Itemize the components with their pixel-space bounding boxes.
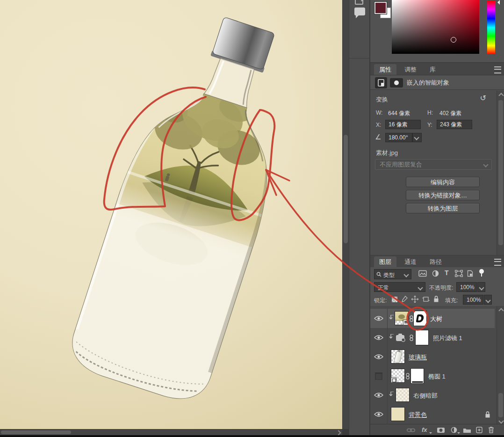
layer-name: 照片滤镜 1 xyxy=(433,334,462,342)
convert-to-layers-button[interactable]: 转换为图层 xyxy=(406,203,480,213)
new-adjustment-layer-icon[interactable] xyxy=(451,427,457,433)
window-bottom-edge xyxy=(0,435,504,437)
notes-panel-icon[interactable] xyxy=(354,7,365,15)
layer-row-right-shadow[interactable]: 右侧暗部 xyxy=(370,386,495,405)
blend-mode-dropdown[interactable]: 正常 xyxy=(374,282,425,292)
photo-filter-adjustment-icon[interactable] xyxy=(396,333,406,342)
visibility-eye-icon[interactable] xyxy=(374,411,383,417)
visibility-eye-icon[interactable] xyxy=(374,354,383,360)
layer-row-photo-filter[interactable]: 照片滤镜 1 xyxy=(370,328,495,348)
layer-thumbnail[interactable] xyxy=(391,369,405,383)
layer-name: 椭圆 1 xyxy=(428,372,446,381)
visibility-eye-icon[interactable] xyxy=(374,392,383,398)
clipping-mask-arrow-icon xyxy=(389,334,394,341)
layer-row-datree[interactable]: 大树 xyxy=(370,309,495,328)
properties-panel-menu-icon[interactable] xyxy=(494,66,501,73)
tab-paths[interactable]: 路径 xyxy=(425,256,447,267)
delete-layer-trash-icon[interactable] xyxy=(488,426,494,433)
mask-link-icon[interactable] xyxy=(410,335,413,341)
lock-transparent-pixels-icon[interactable] xyxy=(392,297,397,302)
mask-link-icon[interactable] xyxy=(410,315,413,322)
canvas-horizontal-scrollbar-thumb[interactable] xyxy=(1,430,71,434)
mask-link-icon[interactable] xyxy=(406,373,410,379)
visibility-toggle-empty[interactable] xyxy=(375,372,382,380)
color-saturation-field[interactable] xyxy=(392,0,479,54)
new-group-folder-icon[interactable] xyxy=(463,427,471,433)
width-value: 644 像素 xyxy=(388,109,410,117)
visibility-eye-icon[interactable] xyxy=(374,315,383,321)
hue-slider[interactable] xyxy=(487,1,495,54)
hue-slider-handle[interactable] xyxy=(495,0,500,5)
clipping-mask-arrow-icon xyxy=(389,392,394,399)
smart-object-badge-icon xyxy=(403,320,409,325)
layers-scrollbar-thumb[interactable] xyxy=(498,393,503,417)
vector-mask-thumbnail[interactable] xyxy=(410,368,424,384)
mask-properties-icon[interactable] xyxy=(390,78,403,87)
filter-kind-label: 类型 xyxy=(383,271,395,279)
tab-layers[interactable]: 图层 xyxy=(374,256,396,267)
reset-transform-icon[interactable]: ↺ xyxy=(480,94,486,102)
layer-thumbnail[interactable] xyxy=(391,350,405,364)
layer-thumbnail[interactable] xyxy=(396,388,410,402)
fill-value: 100% xyxy=(467,297,481,303)
add-mask-icon[interactable] xyxy=(437,427,445,433)
opacity-value: 100% xyxy=(460,284,475,291)
fill-input[interactable]: 100% xyxy=(463,295,483,305)
properties-scrollbar[interactable] xyxy=(497,91,504,255)
scroll-down-icon[interactable] xyxy=(498,418,504,423)
x-label: X: xyxy=(376,122,381,128)
scroll-up-icon[interactable] xyxy=(498,308,504,313)
layer-thumbnail[interactable] xyxy=(391,407,405,421)
layer-row-background-color[interactable]: 背景色 xyxy=(370,405,495,424)
convert-to-linked-button[interactable]: 转换为链接对象… xyxy=(406,190,480,200)
tab-properties[interactable]: 属性 xyxy=(374,64,396,75)
link-layers-icon[interactable] xyxy=(407,428,415,432)
y-input[interactable]: 243 像素 xyxy=(437,120,472,129)
filter-shape-layers-icon[interactable] xyxy=(455,270,463,277)
lock-position-icon[interactable] xyxy=(411,296,418,303)
smart-object-icon[interactable] xyxy=(375,77,387,88)
history-panel-icon[interactable] xyxy=(355,0,363,5)
filter-smart-object-icon[interactable] xyxy=(467,270,473,277)
layers-panel-menu-icon[interactable] xyxy=(494,259,501,266)
filter-pixel-layers-icon[interactable] xyxy=(418,270,427,277)
x-input[interactable]: 16 像素 xyxy=(385,120,421,129)
filter-pin-toggle-icon[interactable] xyxy=(479,269,484,277)
visibility-eye-icon[interactable] xyxy=(374,335,383,341)
tab-libraries[interactable]: 库 xyxy=(425,64,441,75)
filter-kind-dropdown[interactable]: 类型 xyxy=(374,269,411,279)
rotation-angle-input[interactable]: 180.00° xyxy=(385,133,412,142)
edit-contents-button[interactable]: 编辑内容 xyxy=(406,177,480,187)
new-layer-icon[interactable] xyxy=(476,427,482,433)
lock-all-icon[interactable] xyxy=(433,295,439,303)
lock-artboard-icon[interactable] xyxy=(422,296,430,303)
layer-row-bottle[interactable]: 玻璃瓶 xyxy=(370,347,495,367)
layer-row-ellipse[interactable]: 椭圆 1 xyxy=(370,366,495,386)
tab-adjustments[interactable]: 调整 xyxy=(399,64,422,75)
collapsed-panel-dock xyxy=(349,0,370,435)
properties-header: 嵌入的智能对象 xyxy=(370,75,504,89)
tab-channels[interactable]: 通道 xyxy=(399,256,422,267)
lock-image-pixels-icon[interactable] xyxy=(401,296,408,303)
canvas-horizontal-scrollbar[interactable] xyxy=(0,429,342,436)
canvas-vertical-scrollbar-thumb[interactable] xyxy=(344,135,348,243)
opacity-input[interactable]: 100% xyxy=(456,282,477,292)
filter-adjustment-layers-icon[interactable] xyxy=(432,270,439,277)
opacity-dropdown[interactable] xyxy=(477,282,485,292)
filter-type-layers-icon[interactable]: T xyxy=(445,269,449,277)
layer-mask-thumbnail[interactable] xyxy=(415,330,429,345)
layers-scrollbar[interactable] xyxy=(497,306,504,424)
canvas-vertical-scrollbar[interactable] xyxy=(342,0,349,429)
foreground-color-swatch[interactable] xyxy=(374,2,387,14)
layer-mask-thumbnail[interactable] xyxy=(413,311,427,326)
scroll-right-arrow-icon[interactable] xyxy=(336,430,341,435)
layer-style-fx-icon[interactable]: fx xyxy=(422,426,427,433)
scroll-up-icon[interactable] xyxy=(498,93,504,98)
color-field-marker[interactable] xyxy=(451,37,456,43)
fill-dropdown[interactable] xyxy=(484,295,492,305)
rotation-angle-dropdown[interactable] xyxy=(412,133,422,142)
layer-comp-dropdown[interactable]: 不应用图层复合 xyxy=(375,159,492,170)
layer-thumbnail[interactable] xyxy=(395,311,409,325)
properties-scrollbar-thumb[interactable] xyxy=(498,100,503,245)
document-canvas[interactable] xyxy=(0,0,342,429)
